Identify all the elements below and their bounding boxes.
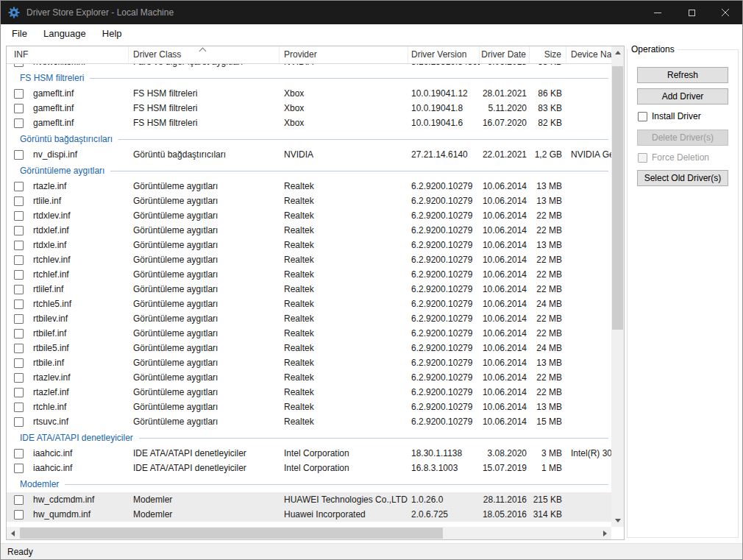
row-checkbox[interactable] bbox=[14, 464, 24, 473]
row-checkbox[interactable] bbox=[14, 403, 24, 412]
column-header-inf[interactable]: INF bbox=[7, 46, 129, 63]
table-row[interactable]: gameflt.inf FS HSM filtreleri Xbox 10.0.… bbox=[7, 86, 611, 101]
horizontal-scroll-thumb[interactable] bbox=[20, 528, 443, 539]
row-checkbox[interactable] bbox=[14, 196, 24, 206]
app-icon[interactable] bbox=[8, 7, 20, 18]
column-header-provider[interactable]: Provider bbox=[280, 46, 408, 63]
column-header-driver-date[interactable]: Driver Date bbox=[480, 46, 530, 63]
group-label: Modemler bbox=[20, 479, 59, 489]
table-row[interactable]: rtbile.inf Görüntüleme aygıtları Realtek… bbox=[7, 355, 611, 370]
row-checkbox-cell bbox=[7, 417, 29, 427]
row-checkbox[interactable] bbox=[14, 241, 24, 250]
maximize-button[interactable] bbox=[675, 1, 708, 24]
select-old-drivers-button[interactable]: Select Old Driver(s) bbox=[637, 170, 728, 186]
status-bar: Ready bbox=[1, 543, 742, 559]
table-row[interactable]: rtbilef.inf Görüntüleme aygıtları Realte… bbox=[7, 326, 611, 341]
cell-size: 1 MB bbox=[530, 461, 566, 475]
table-row[interactable]: rtchle.inf Görüntüleme aygıtları Realtek… bbox=[7, 400, 611, 414]
table-row[interactable]: iaahcic.inf IDE ATA/ATAPI denetleyiciler… bbox=[7, 446, 611, 461]
table-row[interactable]: iaahcic.inf IDE ATA/ATAPI denetleyiciler… bbox=[7, 461, 611, 475]
row-checkbox[interactable] bbox=[14, 344, 24, 353]
table-row[interactable]: rtchlef.inf Görüntüleme aygıtları Realte… bbox=[7, 267, 611, 282]
row-checkbox[interactable] bbox=[14, 358, 24, 368]
row-checkbox[interactable] bbox=[14, 118, 24, 128]
row-checkbox[interactable] bbox=[14, 329, 24, 339]
row-checkbox[interactable] bbox=[14, 449, 24, 458]
cell-size: 24 MB bbox=[530, 341, 566, 355]
group-divider-line bbox=[118, 139, 608, 140]
row-checkbox[interactable] bbox=[14, 64, 24, 67]
row-checkbox-cell bbox=[7, 388, 29, 397]
table-row[interactable]: rtbile5.inf Görüntüleme aygıtları Realte… bbox=[7, 341, 611, 355]
row-checkbox[interactable] bbox=[14, 211, 24, 221]
row-checkbox[interactable] bbox=[14, 373, 24, 383]
table-row[interactable]: rtdxle.inf Görüntüleme aygıtları Realtek… bbox=[7, 238, 611, 252]
maximize-icon bbox=[689, 10, 695, 16]
table-row[interactable]: rtchle5.inf Görüntüleme aygıtları Realte… bbox=[7, 297, 611, 311]
table-row[interactable]: gameflt.inf FS HSM filtreleri Xbox 10.0.… bbox=[7, 101, 611, 116]
scroll-down-button[interactable] bbox=[611, 514, 624, 527]
table-row[interactable]: gameflt.inf FS HSM filtreleri Xbox 10.0.… bbox=[7, 116, 611, 130]
table-row[interactable]: rtazlev.inf Görüntüleme aygıtları Realte… bbox=[7, 370, 611, 385]
refresh-button[interactable]: Refresh bbox=[637, 67, 728, 83]
title-bar: Driver Store Explorer - Local Machine bbox=[1, 1, 742, 24]
group-header-row[interactable]: FS HSM filtreleri bbox=[7, 69, 611, 86]
cell-driver-version: 6.2.9200.10279 bbox=[408, 370, 480, 385]
horizontal-scrollbar[interactable] bbox=[7, 527, 611, 539]
checkbox-box bbox=[638, 153, 647, 163]
table-row[interactable]: hw_qumdm.inf Modemler Huawei Incorporate… bbox=[7, 507, 611, 522]
table-row[interactable]: rtazlef.inf Görüntüleme aygıtları Realte… bbox=[7, 385, 611, 400]
cell-device-name: Intel(R) 300 Series bbox=[566, 446, 611, 461]
cell-size: 1,2 GB bbox=[530, 147, 566, 162]
row-checkbox[interactable] bbox=[14, 150, 24, 160]
scroll-up-button[interactable] bbox=[611, 46, 624, 59]
row-checkbox[interactable] bbox=[14, 104, 24, 113]
table-row[interactable]: rtlilef.inf Görüntüleme aygıtları Realte… bbox=[7, 282, 611, 297]
scroll-left-button[interactable] bbox=[7, 527, 19, 539]
table-row[interactable]: rtazle.inf Görüntüleme aygıtları Realtek… bbox=[7, 179, 611, 194]
group-header-row[interactable]: Modemler bbox=[7, 475, 611, 492]
install-driver-checkbox[interactable]: Install Driver bbox=[638, 111, 701, 121]
row-checkbox[interactable] bbox=[14, 388, 24, 397]
table-row[interactable]: rtlile.inf Görüntüleme aygıtları Realtek… bbox=[7, 194, 611, 208]
group-header-row[interactable]: IDE ATA/ATAPI denetleyiciler bbox=[7, 429, 611, 446]
cell-driver-class: Görüntüleme aygıtları bbox=[129, 355, 280, 370]
row-checkbox[interactable] bbox=[14, 417, 24, 427]
close-button[interactable] bbox=[708, 1, 742, 24]
row-checkbox[interactable] bbox=[14, 255, 24, 265]
group-header-row[interactable]: Görüntü bağdaştırıcıları bbox=[7, 130, 611, 147]
table-row[interactable]: rtsuvc.inf Görüntüleme aygıtları Realtek… bbox=[7, 414, 611, 429]
menu-language[interactable]: Language bbox=[35, 24, 94, 43]
row-checkbox[interactable] bbox=[14, 182, 24, 191]
vertical-scrollbar[interactable] bbox=[611, 46, 624, 527]
row-checkbox[interactable] bbox=[14, 285, 24, 294]
scroll-right-button[interactable] bbox=[599, 527, 611, 539]
row-checkbox[interactable] bbox=[14, 89, 24, 99]
cell-driver-version: 6.2.9200.10279 bbox=[408, 208, 480, 223]
column-header-size[interactable]: Size bbox=[530, 46, 566, 63]
table-row[interactable]: rtdxlef.inf Görüntüleme aygıtları Realte… bbox=[7, 223, 611, 238]
cell-driver-date: 10.06.2014 bbox=[480, 400, 530, 414]
table-row[interactable]: rtchlev.inf Görüntüleme aygıtları Realte… bbox=[7, 252, 611, 267]
row-checkbox[interactable] bbox=[14, 314, 24, 324]
table-row[interactable]: rtbilev.inf Görüntüleme aygıtları Realte… bbox=[7, 311, 611, 326]
menu-help[interactable]: Help bbox=[94, 24, 130, 43]
table-row[interactable]: nv_dispi.inf Görüntü bağdaştırıcıları NV… bbox=[7, 147, 611, 162]
table-row[interactable]: hw_cdcmdm.inf Modemler HUAWEI Technologi… bbox=[7, 492, 611, 507]
add-driver-button[interactable]: Add Driver bbox=[637, 88, 728, 104]
row-checkbox[interactable] bbox=[14, 300, 24, 309]
table-row[interactable]: rtdxlev.inf Görüntüleme aygıtları Realte… bbox=[7, 208, 611, 223]
cell-driver-class: Görüntüleme aygıtları bbox=[129, 400, 280, 414]
row-checkbox[interactable] bbox=[14, 510, 24, 520]
row-checkbox[interactable] bbox=[14, 495, 24, 505]
row-checkbox[interactable] bbox=[14, 226, 24, 235]
minimize-button[interactable] bbox=[641, 1, 675, 24]
row-checkbox[interactable] bbox=[14, 270, 24, 280]
column-header-driver-version[interactable]: Driver Version bbox=[408, 46, 480, 63]
vertical-scroll-thumb[interactable] bbox=[612, 66, 623, 330]
cell-inf: gameflt.inf bbox=[29, 101, 129, 116]
menu-file[interactable]: File bbox=[4, 24, 35, 43]
group-header-row[interactable]: Görüntüleme aygıtları bbox=[7, 162, 611, 179]
table-row[interactable]: nvswcfilter.inf Fare ve diğer işaret ayg… bbox=[7, 64, 611, 69]
cell-size: 22 MB bbox=[530, 208, 566, 223]
